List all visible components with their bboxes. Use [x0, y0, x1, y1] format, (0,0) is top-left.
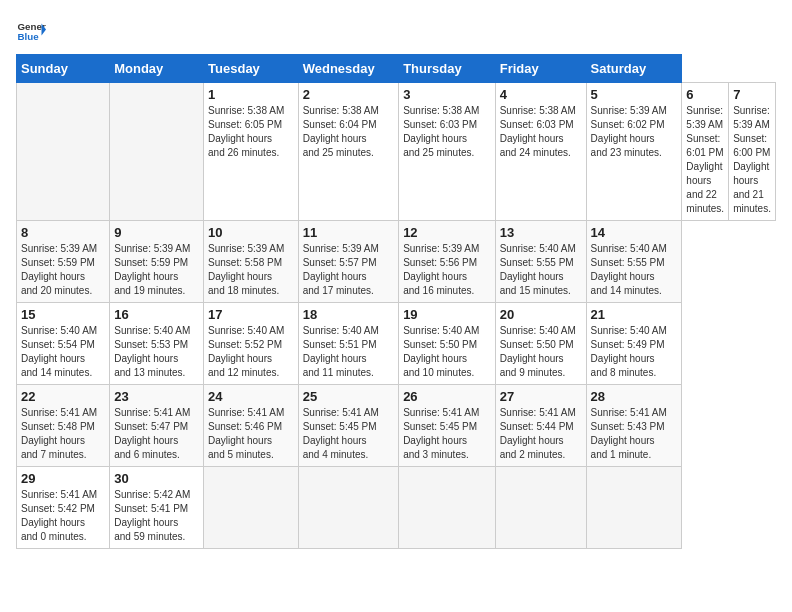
calendar-day-15: 15Sunrise: 5:40 AMSunset: 5:54 PMDayligh… — [17, 303, 110, 385]
empty-cell — [204, 467, 299, 549]
calendar-day-1: 1Sunrise: 5:38 AMSunset: 6:05 PMDaylight… — [204, 83, 299, 221]
calendar-day-23: 23Sunrise: 5:41 AMSunset: 5:47 PMDayligh… — [110, 385, 204, 467]
calendar-day-16: 16Sunrise: 5:40 AMSunset: 5:53 PMDayligh… — [110, 303, 204, 385]
page-header: General Blue — [16, 16, 776, 46]
calendar-day-27: 27Sunrise: 5:41 AMSunset: 5:44 PMDayligh… — [495, 385, 586, 467]
empty-cell — [110, 83, 204, 221]
calendar-day-25: 25Sunrise: 5:41 AMSunset: 5:45 PMDayligh… — [298, 385, 398, 467]
empty-cell — [495, 467, 586, 549]
column-header-monday: Monday — [110, 55, 204, 83]
logo-icon: General Blue — [16, 16, 46, 46]
calendar-day-12: 12Sunrise: 5:39 AMSunset: 5:56 PMDayligh… — [399, 221, 496, 303]
calendar-week-1: 1Sunrise: 5:38 AMSunset: 6:05 PMDaylight… — [17, 83, 776, 221]
calendar-header: SundayMondayTuesdayWednesdayThursdayFrid… — [17, 55, 776, 83]
empty-cell — [298, 467, 398, 549]
calendar-day-11: 11Sunrise: 5:39 AMSunset: 5:57 PMDayligh… — [298, 221, 398, 303]
column-header-thursday: Thursday — [399, 55, 496, 83]
header-row: SundayMondayTuesdayWednesdayThursdayFrid… — [17, 55, 776, 83]
calendar-body: 1Sunrise: 5:38 AMSunset: 6:05 PMDaylight… — [17, 83, 776, 549]
logo: General Blue — [16, 16, 46, 46]
calendar-day-24: 24Sunrise: 5:41 AMSunset: 5:46 PMDayligh… — [204, 385, 299, 467]
calendar-day-30: 30Sunrise: 5:42 AMSunset: 5:41 PMDayligh… — [110, 467, 204, 549]
calendar-day-17: 17Sunrise: 5:40 AMSunset: 5:52 PMDayligh… — [204, 303, 299, 385]
calendar-day-7: 7Sunrise: 5:39 AMSunset: 6:00 PMDaylight… — [729, 83, 776, 221]
column-header-saturday: Saturday — [586, 55, 682, 83]
calendar-week-2: 8Sunrise: 5:39 AMSunset: 5:59 PMDaylight… — [17, 221, 776, 303]
calendar-week-3: 15Sunrise: 5:40 AMSunset: 5:54 PMDayligh… — [17, 303, 776, 385]
calendar-day-9: 9Sunrise: 5:39 AMSunset: 5:59 PMDaylight… — [110, 221, 204, 303]
calendar-day-18: 18Sunrise: 5:40 AMSunset: 5:51 PMDayligh… — [298, 303, 398, 385]
column-header-sunday: Sunday — [17, 55, 110, 83]
calendar-day-6: 6Sunrise: 5:39 AMSunset: 6:01 PMDaylight… — [682, 83, 729, 221]
calendar-day-26: 26Sunrise: 5:41 AMSunset: 5:45 PMDayligh… — [399, 385, 496, 467]
empty-cell — [17, 83, 110, 221]
calendar-day-14: 14Sunrise: 5:40 AMSunset: 5:55 PMDayligh… — [586, 221, 682, 303]
calendar-day-10: 10Sunrise: 5:39 AMSunset: 5:58 PMDayligh… — [204, 221, 299, 303]
column-header-friday: Friday — [495, 55, 586, 83]
calendar-day-20: 20Sunrise: 5:40 AMSunset: 5:50 PMDayligh… — [495, 303, 586, 385]
calendar-day-28: 28Sunrise: 5:41 AMSunset: 5:43 PMDayligh… — [586, 385, 682, 467]
calendar-week-5: 29Sunrise: 5:41 AMSunset: 5:42 PMDayligh… — [17, 467, 776, 549]
calendar-day-22: 22Sunrise: 5:41 AMSunset: 5:48 PMDayligh… — [17, 385, 110, 467]
calendar-day-13: 13Sunrise: 5:40 AMSunset: 5:55 PMDayligh… — [495, 221, 586, 303]
calendar-day-5: 5Sunrise: 5:39 AMSunset: 6:02 PMDaylight… — [586, 83, 682, 221]
calendar-day-21: 21Sunrise: 5:40 AMSunset: 5:49 PMDayligh… — [586, 303, 682, 385]
empty-cell — [399, 467, 496, 549]
calendar-table: SundayMondayTuesdayWednesdayThursdayFrid… — [16, 54, 776, 549]
column-header-tuesday: Tuesday — [204, 55, 299, 83]
calendar-day-19: 19Sunrise: 5:40 AMSunset: 5:50 PMDayligh… — [399, 303, 496, 385]
empty-cell — [586, 467, 682, 549]
column-header-wednesday: Wednesday — [298, 55, 398, 83]
calendar-day-2: 2Sunrise: 5:38 AMSunset: 6:04 PMDaylight… — [298, 83, 398, 221]
calendar-day-3: 3Sunrise: 5:38 AMSunset: 6:03 PMDaylight… — [399, 83, 496, 221]
calendar-week-4: 22Sunrise: 5:41 AMSunset: 5:48 PMDayligh… — [17, 385, 776, 467]
calendar-day-8: 8Sunrise: 5:39 AMSunset: 5:59 PMDaylight… — [17, 221, 110, 303]
calendar-day-29: 29Sunrise: 5:41 AMSunset: 5:42 PMDayligh… — [17, 467, 110, 549]
svg-text:Blue: Blue — [18, 31, 40, 42]
calendar-day-4: 4Sunrise: 5:38 AMSunset: 6:03 PMDaylight… — [495, 83, 586, 221]
